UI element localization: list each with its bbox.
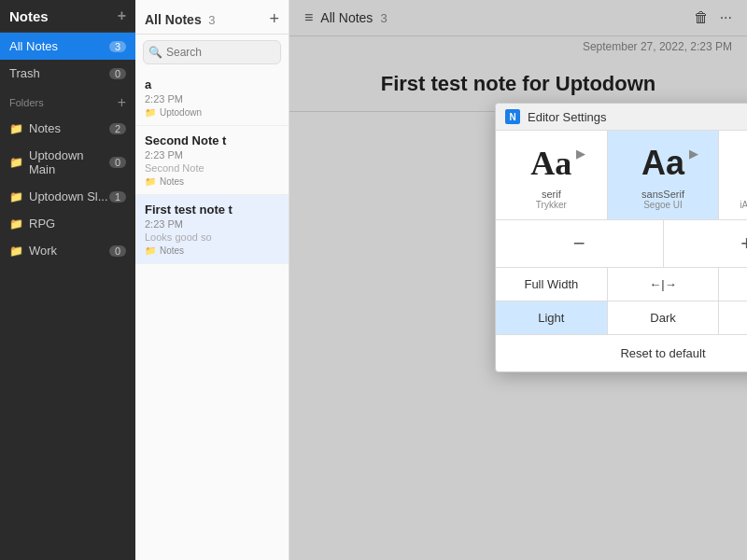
font-label: sansSerif [641, 189, 684, 200]
sidebar-item-work[interactable]: 📁 Work 0 [0, 237, 135, 264]
work-badge: 0 [109, 245, 126, 257]
folder-label: Uptodown Sl... [29, 189, 108, 203]
note-list-header: All Notes 3 + [135, 0, 289, 35]
trash-badge: 0 [109, 68, 126, 79]
note-folder-label: Notes [160, 245, 184, 256]
dialog-titlebar: N Editor Settings − □ × [496, 104, 747, 131]
font-sublabel: Trykker [536, 200, 567, 210]
font-sublabel: iA Writer Mono S [740, 200, 747, 210]
sidebar-item-uptodown-main[interactable]: 📁 Uptodown Main 0 [0, 142, 135, 183]
sidebar-item-rpg[interactable]: 📁 RPG [0, 210, 135, 237]
note-item-first-test[interactable]: First test note t 2:23 PM Looks good so … [135, 195, 289, 264]
font-sample-text: Aa [641, 144, 684, 183]
uptodown-main-badge: 0 [109, 157, 126, 168]
note-list-count: 3 [208, 13, 215, 27]
search-icon: 🔍 [148, 46, 162, 59]
all-notes-badge: 3 [109, 41, 126, 52]
increase-size-button[interactable]: + [664, 220, 748, 267]
theme-light-button[interactable]: Light [496, 301, 608, 334]
folder-icon: 📁 [9, 122, 23, 135]
sidebar: Notes + All Notes 3 Trash 0 Folders + [0, 0, 135, 560]
sidebar-item-label: All Notes [9, 39, 58, 53]
folder-icon: 📁 [9, 217, 23, 231]
note-preview: Second Note [145, 162, 279, 174]
expand-button[interactable]: ←|→ [608, 268, 720, 301]
note-title: First test note t [145, 203, 279, 217]
font-option-serif[interactable]: Aa ▶ serif Trykker [496, 131, 608, 219]
note-date: 2:23 PM [145, 218, 279, 230]
sidebar-item-uptodown-sl[interactable]: 📁 Uptodown Sl... 1 [0, 183, 135, 210]
note-list-title: All Notes [145, 12, 202, 27]
width-row: Full Width ←|→ →|← [496, 268, 747, 301]
dialog-body: Aa ▶ serif Trykker Aa ▶ sansSerif Segoe … [496, 131, 747, 371]
theme-row: Light Dark Sepia [496, 301, 747, 335]
expand-arrows-icon: ←|→ [649, 277, 676, 291]
font-label: serif [542, 189, 561, 200]
sidebar-header: Notes + [0, 0, 135, 33]
theme-dark-button[interactable]: Dark [608, 301, 720, 334]
sidebar-item-label: Trash [9, 66, 40, 80]
reset-button[interactable]: Reset to default [496, 335, 747, 371]
font-option-sansserif[interactable]: Aa ▶ sansSerif Segoe UI [608, 131, 720, 219]
uptodown-sl-badge: 1 [109, 191, 126, 203]
font-options: Aa ▶ serif Trykker Aa ▶ sansSerif Segoe … [496, 131, 747, 220]
note-folder-label: Notes [160, 176, 184, 187]
note-item-second[interactable]: Second Note t 2:23 PM Second Note 📁 Note… [135, 126, 289, 195]
note-date: 2:23 PM [145, 93, 279, 105]
full-width-button[interactable]: Full Width [496, 268, 608, 301]
next-arrow-icon: ▶ [576, 147, 585, 161]
sidebar-items: All Notes 3 Trash 0 [0, 33, 135, 87]
note-date: 2:23 PM [145, 149, 279, 161]
note-title: a [145, 77, 279, 91]
dialog-title-icon: N [505, 109, 520, 124]
note-item-a[interactable]: a 2:23 PM 📁 Uptodown [135, 70, 289, 126]
font-option-mono[interactable]: Aa ▶ mono iA Writer Mono S [719, 131, 747, 219]
folder-icon: 📁 [145, 107, 156, 118]
sidebar-item-trash[interactable]: Trash 0 [0, 60, 135, 87]
size-row: − + [496, 220, 747, 268]
compress-button[interactable]: →|← [719, 268, 747, 301]
folder-icon: 📁 [145, 245, 156, 256]
folder-icon: 📁 [145, 176, 156, 187]
dialog-title: Editor Settings [528, 110, 747, 124]
next-arrow-icon: ▶ [689, 147, 698, 161]
note-title: Second Note t [145, 133, 279, 147]
decrease-size-button[interactable]: − [496, 220, 664, 267]
folders-section-label: Folders [9, 97, 44, 108]
search-box: 🔍 [143, 40, 281, 64]
font-sublabel: Segoe UI [643, 200, 683, 210]
note-folder-label: Uptodown [160, 107, 202, 118]
folder-label: Work [29, 244, 57, 258]
sidebar-item-notes[interactable]: 📁 Notes 2 [0, 115, 135, 142]
add-note-button[interactable]: + [118, 94, 126, 111]
theme-sepia-button[interactable]: Sepia [719, 301, 747, 334]
editor-settings-dialog: N Editor Settings − □ × Aa ▶ [495, 103, 747, 372]
folder-label: RPG [29, 217, 55, 231]
note-preview: Looks good so [145, 231, 279, 243]
notes-badge: 2 [109, 123, 126, 134]
folder-icon: 📁 [9, 190, 23, 203]
add-folder-button[interactable]: + [118, 7, 126, 24]
search-input[interactable] [143, 40, 281, 64]
main-content: ≡ All Notes 3 🗑 ··· September 27, 2022, … [289, 0, 747, 560]
reset-row: Reset to default [496, 335, 747, 371]
note-list: All Notes 3 + 🔍 a 2:23 PM 📁 Uptodown Sec… [135, 0, 289, 560]
folder-label: Notes [29, 121, 61, 135]
sidebar-item-all-notes[interactable]: All Notes 3 [0, 33, 135, 60]
folder-label: Uptodown Main [29, 148, 109, 176]
sidebar-folders: 📁 Notes 2 📁 Uptodown Main 0 📁 Uptodown S… [0, 115, 135, 264]
folder-icon: 📁 [9, 156, 23, 169]
font-sample-text: Aa [530, 144, 571, 183]
sidebar-title: Notes [9, 8, 49, 24]
folder-icon: 📁 [9, 245, 23, 258]
add-note-button[interactable]: + [269, 9, 279, 29]
